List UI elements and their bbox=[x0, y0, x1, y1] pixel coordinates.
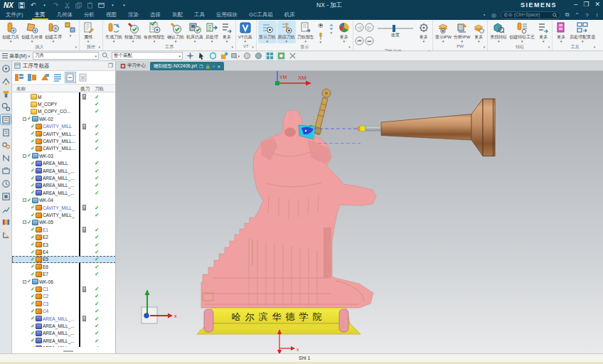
history-icon[interactable] bbox=[1, 166, 11, 176]
eye-screw-button[interactable]: ▾ bbox=[316, 21, 326, 44]
tree-row-AREA_MILL_...[interactable]: ✓AREA_MILL_...✓ bbox=[12, 182, 115, 189]
copy-icon[interactable] bbox=[75, 1, 82, 9]
tree-row-E4[interactable]: ✓E4✓ bbox=[12, 248, 115, 255]
maximize-button[interactable]: ❐ bbox=[583, 1, 589, 8]
tree-row-AREA_MILL_...[interactable]: ✓AREA_MILL_...✓ bbox=[12, 322, 115, 329]
ribbon-tab-GC工具箱[interactable]: GC工具箱 bbox=[243, 10, 279, 20]
undock-icon[interactable]: ❐ bbox=[108, 63, 113, 69]
tree-row-AREA_MILL_...[interactable]: ✓AREA_MILL_...✓ bbox=[12, 315, 115, 322]
face-rule-icon[interactable]: ▾ bbox=[231, 52, 240, 60]
VT仿真-button[interactable]: VT仿真▾ bbox=[238, 21, 253, 43]
process-assistant-icon[interactable] bbox=[1, 140, 11, 150]
step-first-button[interactable]: ⏮ bbox=[355, 36, 364, 48]
tree-row-AREA_MILL_...[interactable]: ✓AREA_MILL_...✓ bbox=[12, 345, 115, 347]
sphere1-icon[interactable] bbox=[242, 52, 251, 60]
geometry-view-icon[interactable] bbox=[39, 72, 50, 83]
expander-icon[interactable]: - bbox=[23, 117, 26, 121]
机床仿真-button[interactable]: 机床仿真▾ bbox=[186, 21, 204, 43]
user-icon[interactable]: ◎ bbox=[491, 12, 497, 18]
play-backward-button[interactable]: ◁ bbox=[355, 22, 364, 35]
ribbon-tab-工具[interactable]: 工具 bbox=[188, 10, 210, 20]
创建特征工艺-button[interactable]: 创建特征工艺▾ bbox=[508, 21, 535, 43]
tree-row-WK-03[interactable]: -✓WK-03 bbox=[12, 152, 115, 159]
program-order-view-icon[interactable] bbox=[14, 72, 25, 83]
clear-filter-icon[interactable] bbox=[78, 72, 89, 83]
tree-row-E5[interactable]: ✓E5✓ bbox=[12, 256, 115, 263]
speed-slider[interactable]: 速度 bbox=[375, 21, 416, 38]
machine-tool-view-icon[interactable] bbox=[26, 72, 38, 83]
alert-icon[interactable]: ! bbox=[594, 12, 600, 18]
clip-section-icon[interactable] bbox=[288, 52, 297, 60]
tree-row-AREA_MILL_...[interactable]: ✓AREA_MILL_...✓ bbox=[12, 337, 115, 344]
window-icon[interactable] bbox=[97, 1, 105, 9]
tree-row-M_COPY[interactable]: M_COPY✓ bbox=[12, 100, 115, 107]
tab-zoom-icon[interactable]: ⌕ bbox=[213, 64, 215, 69]
save-icon[interactable] bbox=[18, 1, 26, 9]
expander-icon[interactable]: - bbox=[23, 220, 26, 224]
ribbon-tab-主页[interactable]: 主页 bbox=[29, 10, 51, 20]
selection-search-icon[interactable] bbox=[102, 52, 109, 60]
undo-icon[interactable]: ↶ bbox=[29, 1, 37, 9]
tree-row-C3[interactable]: ✓C3✓ bbox=[12, 300, 115, 307]
tree-row-E7[interactable]: ✓E7✓ bbox=[12, 271, 115, 278]
tree-row-CAVITY_MILL[interactable]: ✓CAVITY_MILL✓ bbox=[12, 123, 115, 130]
显示刀轨-button[interactable]: 显示刀轨▾ bbox=[258, 21, 277, 43]
ribbon-tab-几何体[interactable]: 几何体 bbox=[51, 10, 79, 20]
sphere2-icon[interactable] bbox=[254, 52, 262, 60]
ribbon-tab-file[interactable]: 文件(F) bbox=[0, 10, 29, 20]
snap-point-icon[interactable] bbox=[186, 52, 194, 60]
ribbon-tab-视图[interactable]: 视图 bbox=[100, 10, 122, 20]
更多-button[interactable]: 更多▾ bbox=[471, 21, 486, 43]
ribbon-tab-装配[interactable]: 装配 bbox=[166, 10, 188, 20]
刀轨报告-button[interactable]: 刀轨报告▾ bbox=[297, 21, 315, 43]
notes-icon[interactable] bbox=[1, 153, 11, 163]
machine-navigator-icon[interactable] bbox=[1, 127, 11, 137]
constraint-navigator-icon[interactable] bbox=[1, 76, 11, 86]
ribbon-tab-应用模块[interactable]: 应用模块 bbox=[210, 10, 243, 20]
tree-row-E3[interactable]: ✓E3✓ bbox=[12, 241, 115, 248]
true-shading-icon[interactable] bbox=[277, 52, 285, 60]
查找特征-button[interactable]: 查找特征▾ bbox=[489, 21, 508, 43]
ribbon-tab-机床[interactable]: 机床 bbox=[279, 10, 301, 20]
显示IPW-button[interactable]: 显示IPW▾ bbox=[434, 21, 452, 43]
statue-base[interactable]: 哈尔滨华德学院 bbox=[197, 308, 361, 334]
分析IPW-button[interactable]: 分析IPW▾ bbox=[453, 21, 471, 43]
selection-scope-combo[interactable]: 整个装配▾ bbox=[112, 52, 183, 60]
ribbon-tab-渲染[interactable]: 渲染 bbox=[122, 10, 144, 20]
playback-more-button[interactable]: 更多▾ bbox=[417, 21, 431, 43]
undo-dropdown-icon[interactable]: ▾ bbox=[41, 1, 48, 9]
tree-row-E6[interactable]: ✓E6✓ bbox=[12, 263, 115, 270]
tree-row-AREA_MILL_...[interactable]: ✓AREA_MILL_...✓ bbox=[12, 174, 115, 181]
tree-row-CAVITY_MILL_[interactable]: ✓CAVITY_MILL_✓ bbox=[12, 204, 115, 211]
tree-row-CAVITY_MILL...[interactable]: ✓CAVITY_MILL...✓ bbox=[12, 137, 115, 144]
minimize-ribbon-icon[interactable]: ⌃ bbox=[574, 12, 580, 18]
window-dropdown-icon[interactable]: ▾ bbox=[109, 1, 117, 9]
assembly-navigator-icon[interactable] bbox=[1, 63, 11, 73]
command-search-input[interactable]: 命令 (Ctrl+Space) bbox=[501, 11, 560, 19]
生成刀轨-button[interactable]: 生成刀轨▾ bbox=[105, 21, 123, 43]
创建几何体-button[interactable]: 创建几何体▾ bbox=[21, 21, 43, 43]
reuse-library-icon[interactable] bbox=[1, 102, 11, 112]
arrows-ud-button[interactable]: ▾ bbox=[326, 21, 336, 35]
校验刀轨-button[interactable]: 校验刀轨▾ bbox=[124, 21, 142, 43]
expander-icon[interactable]: - bbox=[23, 280, 26, 284]
tree-row-AREA_MILL_...[interactable]: ✓AREA_MILL_...✓ bbox=[12, 167, 115, 174]
有效性报告-button[interactable]: 有效性报告▾ bbox=[143, 21, 166, 43]
point-on-face-icon[interactable] bbox=[220, 52, 228, 60]
learning-center-tab[interactable]: 学习中心 bbox=[116, 61, 150, 70]
tree-row-CAVITY_MILL...[interactable]: ✓CAVITY_MILL...✓ bbox=[12, 130, 115, 137]
select-cursor-icon[interactable] bbox=[197, 52, 206, 60]
window-layout-icon[interactable]: ⧉ bbox=[564, 11, 570, 18]
tree-row-WK-05[interactable]: -✓WK-05 bbox=[12, 219, 115, 226]
minimize-button[interactable]: ‒ bbox=[574, 1, 577, 8]
tree-row-AREA_MILL[interactable]: ✓AREA_MILL✓ bbox=[12, 160, 115, 167]
find-object-icon[interactable] bbox=[65, 72, 76, 83]
tree-row-WK-06[interactable]: -✓WK-06 bbox=[12, 278, 115, 285]
更多-button[interactable]: 更多▾ bbox=[220, 21, 234, 43]
创建工序-button[interactable]: 创建工序▾ bbox=[44, 21, 63, 43]
small-stack-button[interactable]: ▾ bbox=[63, 21, 78, 38]
tree-row-C4[interactable]: ✓C4✓ bbox=[12, 308, 115, 315]
创建刀具-button[interactable]: 创建刀具▾ bbox=[1, 21, 20, 43]
help-icon[interactable]: ? bbox=[584, 12, 590, 18]
cut-icon[interactable] bbox=[63, 1, 71, 9]
